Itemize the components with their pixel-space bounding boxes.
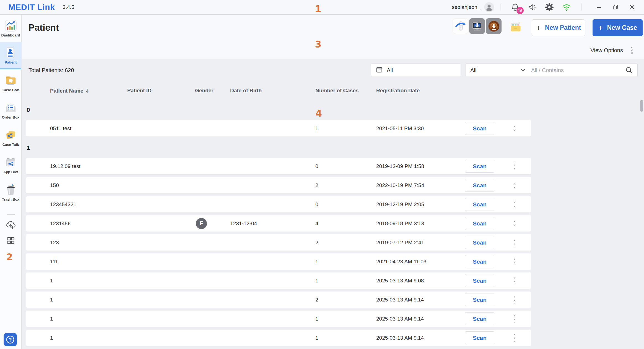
sidebar-item-case-talk[interactable]: Case Talk: [0, 124, 21, 151]
patient-row[interactable]: 122025-03-13 AM 9:14Scan: [26, 292, 531, 308]
new-patient-label: New Patient: [545, 24, 581, 32]
column-header-gender[interactable]: Gender: [195, 88, 214, 94]
scanner-connect-icon[interactable]: [453, 18, 468, 34]
number-of-cases: 2: [315, 297, 318, 303]
scan-button[interactable]: Scan: [465, 236, 494, 249]
sidebar-item-label: Case Box: [2, 88, 19, 92]
patient-name: 150: [50, 182, 59, 188]
minimize-button[interactable]: [594, 2, 604, 12]
search-icon[interactable]: [625, 66, 633, 74]
scan-button[interactable]: Scan: [465, 331, 494, 344]
row-menu-kebab-icon[interactable]: [513, 219, 516, 228]
column-header-patient-id[interactable]: Patient ID: [127, 88, 152, 94]
table-header: Patient Name↓Patient IDGenderDate of Bir…: [26, 88, 531, 94]
number-of-cases: 2: [315, 240, 318, 246]
row-menu-kebab-icon[interactable]: [513, 181, 516, 190]
row-menu-kebab-icon[interactable]: [513, 295, 516, 305]
search-category-select[interactable]: All: [470, 67, 526, 74]
chevron-down-icon: [520, 67, 526, 73]
column-header-number-of-cases[interactable]: Number of Cases: [315, 88, 359, 94]
scan-button[interactable]: Scan: [465, 198, 494, 211]
new-case-button[interactable]: + New Case: [593, 19, 643, 36]
registration-date: 2019-12-09 PM 1:58: [376, 163, 424, 169]
patient-row[interactable]: 112025-03-13 AM 9:08Scan: [26, 272, 531, 289]
row-menu-kebab-icon[interactable]: [513, 333, 516, 343]
vertical-scrollbar-thumb[interactable]: [640, 100, 643, 112]
apps-grid-icon[interactable]: [0, 235, 21, 246]
row-menu-kebab-icon[interactable]: [513, 238, 516, 247]
patient-row[interactable]: 0511 test12021-05-11 PM 3:30Scan: [26, 120, 531, 137]
sidebar-item-case-box[interactable]: Case Box: [0, 69, 21, 97]
notification-badge: 16: [516, 7, 524, 14]
patient-name: 1: [50, 316, 53, 322]
view-options-label[interactable]: View Options: [591, 47, 623, 54]
patient-name: 123454321: [50, 201, 76, 208]
calendar-icon: [376, 66, 383, 74]
registration-date: 2021-05-11 PM 3:30: [376, 125, 424, 132]
number-of-cases: 1: [315, 335, 318, 341]
notifications-bell-icon[interactable]: 16: [510, 2, 520, 12]
help-button[interactable]: ?: [4, 333, 17, 346]
plus-icon: +: [598, 24, 603, 32]
patient-row[interactable]: 12322019-07-12 PM 2:41Scan: [26, 234, 531, 251]
case-box-icon: [4, 74, 17, 87]
scan-button[interactable]: Scan: [465, 255, 494, 268]
column-header-patient-name[interactable]: Patient Name↓: [50, 88, 89, 94]
number-of-cases: 1: [315, 125, 318, 132]
close-button[interactable]: [627, 2, 637, 12]
sidebar-item-trash-box[interactable]: Trash Box: [0, 179, 21, 206]
new-patient-button[interactable]: + New Patient: [532, 19, 585, 36]
plus-icon: +: [536, 24, 541, 32]
announcements-megaphone-icon[interactable]: [527, 2, 537, 12]
row-menu-kebab-icon[interactable]: [513, 257, 516, 266]
patient-row[interactable]: 112025-03-13 AM 9:14Scan: [26, 311, 531, 327]
order-box-icon: [4, 101, 17, 114]
app-version: 3.4.5: [63, 4, 74, 10]
sidebar-item-label: Patient: [5, 61, 17, 64]
sidebar-item-app-box[interactable]: App Box: [0, 151, 21, 179]
patient-name: 1: [50, 297, 53, 303]
row-menu-kebab-icon[interactable]: [513, 162, 516, 171]
column-header-registration-date[interactable]: Registration Date: [376, 88, 420, 94]
patient-row[interactable]: 19.12.09 test02019-12-09 PM 1:58Scan: [26, 158, 531, 174]
group-label: 1: [27, 144, 644, 151]
date-of-birth: 1231-12-04: [230, 221, 257, 227]
wifi-status-icon: [562, 2, 572, 12]
row-menu-kebab-icon[interactable]: [513, 124, 516, 133]
scan-data-download-icon[interactable]: [469, 18, 485, 34]
patient-row[interactable]: 15022022-10-19 PM 7:54Scan: [26, 177, 531, 193]
scan-button[interactable]: Scan: [465, 312, 494, 325]
settings-gear-icon[interactable]: [544, 2, 554, 12]
row-menu-kebab-icon[interactable]: [513, 200, 516, 209]
scan-button[interactable]: Scan: [465, 160, 494, 173]
patient-row[interactable]: 11112021-04-23 AM 11:03Scan: [26, 253, 531, 270]
svg-text:?: ?: [9, 337, 12, 343]
view-options-kebab-icon[interactable]: [630, 46, 634, 55]
scan-button[interactable]: Scan: [465, 122, 494, 135]
cloud-sync-icon[interactable]: [0, 219, 21, 230]
user-avatar[interactable]: [484, 2, 494, 12]
scan-button[interactable]: Scan: [465, 179, 494, 192]
number-of-cases: 0: [315, 201, 318, 208]
row-menu-kebab-icon[interactable]: [513, 276, 516, 285]
sidebar-divider: [7, 214, 15, 215]
sidebar-item-order-box[interactable]: Order Box: [0, 97, 21, 124]
scan-button[interactable]: Scan: [465, 293, 494, 306]
sidebar-item-dashboard[interactable]: Dashboard: [0, 15, 21, 42]
patient-row[interactable]: 12345432102019-12-19 PM 2:05Scan: [26, 196, 531, 212]
column-header-date-of-birth[interactable]: Date of Birth: [230, 88, 262, 94]
row-menu-kebab-icon[interactable]: [513, 314, 516, 324]
restore-window-button[interactable]: [610, 2, 621, 12]
scan-button[interactable]: Scan: [465, 217, 494, 230]
annotation-1: 1: [315, 3, 321, 14]
scan-button[interactable]: Scan: [465, 274, 494, 287]
search-input[interactable]: [531, 67, 622, 74]
patient-row[interactable]: 112025-03-13 AM 9:14Scan: [26, 330, 531, 346]
case-download-icon[interactable]: [486, 18, 502, 34]
case-drawer-icon[interactable]: [509, 20, 522, 33]
registration-date: 2025-03-13 AM 9:14: [376, 335, 424, 341]
date-filter-dropdown[interactable]: All: [371, 64, 461, 77]
scanner-toolbar: [453, 18, 502, 34]
patient-row[interactable]: 1231456F1231-12-0442018-09-18 PM 3:13Sca…: [26, 215, 531, 232]
sidebar-item-patient[interactable]: Patient: [0, 42, 21, 69]
